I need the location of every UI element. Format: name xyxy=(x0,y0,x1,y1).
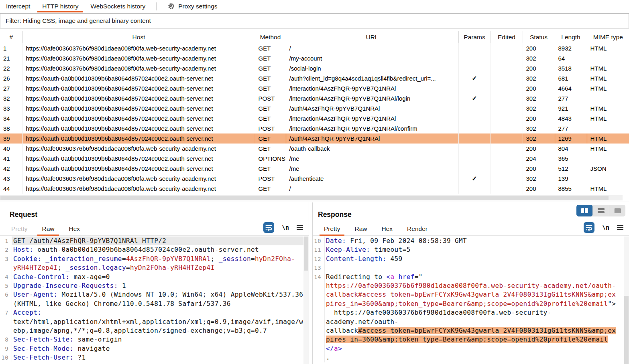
layout-columns-button[interactable] xyxy=(576,205,593,216)
http-history-row[interactable]: 34https://oauth-0a0b00d10309b6ba8064d857… xyxy=(0,113,629,123)
cell-url[interactable]: /auth/4AszFhQR-9pYVB7Q1NRAl xyxy=(286,103,458,113)
cell-url[interactable]: /interaction/4AszFhQR-9pYVB7Q1NRAl xyxy=(286,83,458,93)
cell-status[interactable]: 200 xyxy=(523,164,555,174)
request-tab-pretty[interactable]: Pretty xyxy=(7,222,32,235)
column-header-status[interactable]: Status xyxy=(523,31,555,43)
cell-mime[interactable]: HTML xyxy=(587,63,629,73)
cell-num[interactable]: 26 xyxy=(0,73,22,83)
cell-method[interactable]: POST xyxy=(255,174,286,184)
cell-url[interactable]: /auth?client_id=g8q4a4scd1aq1qsll4fib&re… xyxy=(286,73,458,83)
cell-edited[interactable] xyxy=(491,174,523,184)
cell-params[interactable] xyxy=(458,184,491,194)
cell-mime[interactable]: HTML xyxy=(587,113,629,123)
cell-num[interactable]: 21 xyxy=(0,53,22,63)
cell-url[interactable]: /oauth-callback xyxy=(286,144,458,154)
cell-host[interactable]: https://0afe00360376b6f980d1daea008f00fa… xyxy=(22,184,255,194)
cell-method[interactable]: GET xyxy=(255,144,286,154)
request-tab-hex[interactable]: Hex xyxy=(65,222,85,235)
cell-method[interactable]: GET xyxy=(255,53,286,63)
cell-params[interactable] xyxy=(458,133,491,144)
request-editor[interactable]: 1GET /auth/4AszFhQR-9pYVB7Q1NRAl HTTP/22… xyxy=(0,237,309,364)
scrollbar-thumb[interactable] xyxy=(0,196,609,200)
cell-num[interactable]: 22 xyxy=(0,63,22,73)
cell-params[interactable] xyxy=(458,63,491,73)
request-vertical-scrollbar[interactable] xyxy=(303,237,309,364)
cell-method[interactable]: GET xyxy=(255,63,286,73)
cell-edited[interactable] xyxy=(491,184,523,194)
cell-edited[interactable] xyxy=(491,93,523,103)
column-header-edited[interactable]: Edited xyxy=(491,31,523,43)
cell-host[interactable]: https://oauth-0a0b00d10309b6ba8064d85702… xyxy=(22,133,255,144)
http-history-row[interactable]: 43https://0afe00360376b6f980d1daea008f00… xyxy=(0,174,629,184)
column-header-mime[interactable]: MIME type xyxy=(587,31,629,43)
cell-url[interactable]: /me xyxy=(286,154,458,164)
cell-host[interactable]: https://0afe00360376b6f980d1daea008f00fa… xyxy=(22,43,255,53)
tab-http-history[interactable]: HTTP history xyxy=(36,0,84,12)
cell-num[interactable]: 38 xyxy=(0,123,22,133)
column-header-url[interactable]: URL xyxy=(286,31,458,43)
cell-edited[interactable] xyxy=(491,73,523,83)
http-history-row[interactable]: 1https://0afe00360376b6f980d1daea008f00f… xyxy=(0,43,629,53)
cell-host[interactable]: https://0afe00360376b6f980d1daea008f00fa… xyxy=(22,174,255,184)
editor-menu-icon[interactable] xyxy=(297,225,303,230)
cell-mime[interactable]: HTML xyxy=(587,83,629,93)
cell-num[interactable]: 27 xyxy=(0,83,22,93)
cell-status[interactable]: 200 xyxy=(523,83,555,93)
cell-length[interactable]: 277 xyxy=(555,123,587,133)
cell-mime[interactable]: HTML xyxy=(587,144,629,154)
http-history-row[interactable]: 22https://0afe00360376b6f980d1daea008f00… xyxy=(0,63,629,73)
cell-url[interactable]: /me xyxy=(286,164,458,174)
tab-intercept[interactable]: Intercept xyxy=(0,0,36,12)
cell-method[interactable]: GET xyxy=(255,113,286,123)
cell-url[interactable]: /authenticate xyxy=(286,174,458,184)
cell-status[interactable]: 200 xyxy=(523,63,555,73)
scrollbar-thumb[interactable] xyxy=(624,296,629,364)
cell-edited[interactable] xyxy=(491,103,523,113)
cell-host[interactable]: https://oauth-0a0b00d10309b6ba8064d85702… xyxy=(22,154,255,164)
cell-status[interactable]: 302 xyxy=(523,53,555,63)
cell-mime[interactable]: HTML xyxy=(587,103,629,113)
cell-host[interactable]: https://0afe00360376b6f980d1daea008f00fa… xyxy=(22,53,255,63)
http-history-row[interactable]: 32https://oauth-0a0b00d10309b6ba8064d857… xyxy=(0,93,629,103)
cell-host[interactable]: https://oauth-0a0b00d10309b6ba8064d85702… xyxy=(22,164,255,174)
word-wrap-icon[interactable] xyxy=(584,222,594,233)
http-history-row[interactable]: 41https://oauth-0a0b00d10309b6ba8064d857… xyxy=(0,154,629,164)
cell-num[interactable]: 34 xyxy=(0,113,22,123)
cell-method[interactable]: GET xyxy=(255,83,286,93)
http-history-row[interactable]: 27https://oauth-0a0b00d10309b6ba8064d857… xyxy=(0,83,629,93)
cell-params[interactable] xyxy=(458,113,491,123)
cell-edited[interactable] xyxy=(491,53,523,63)
http-history-row[interactable]: 26https://oauth-0a0b00d10309b6ba8064d857… xyxy=(0,73,629,83)
cell-params[interactable] xyxy=(458,144,491,154)
cell-status[interactable]: 302 xyxy=(523,133,555,144)
cell-length[interactable]: 804 xyxy=(555,144,587,154)
cell-status[interactable]: 302 xyxy=(523,93,555,103)
cell-length[interactable]: 277 xyxy=(555,93,587,103)
cell-params[interactable] xyxy=(458,43,491,53)
cell-status[interactable]: 204 xyxy=(523,154,555,164)
layout-single-button[interactable] xyxy=(609,205,625,216)
newline-toggle-icon[interactable]: \n xyxy=(602,224,609,231)
editor-menu-icon[interactable] xyxy=(617,225,623,230)
cell-length[interactable]: 512 xyxy=(555,164,587,174)
cell-host[interactable]: https://oauth-0a0b00d10309b6ba8064d85702… xyxy=(22,93,255,103)
cell-host[interactable]: https://0afe00360376b6f980d1daea008f00fa… xyxy=(22,144,255,154)
cell-status[interactable]: 302 xyxy=(523,73,555,83)
cell-length[interactable]: 365 xyxy=(555,154,587,164)
cell-mime[interactable] xyxy=(587,93,629,103)
cell-edited[interactable] xyxy=(491,113,523,123)
cell-method[interactable]: GET xyxy=(255,43,286,53)
cell-params[interactable] xyxy=(458,83,491,93)
http-history-row[interactable]: 21https://0afe00360376b6f980d1daea008f00… xyxy=(0,53,629,63)
http-history-row[interactable]: 33https://oauth-0a0b00d10309b6ba8064d857… xyxy=(0,103,629,113)
cell-num[interactable]: 40 xyxy=(0,144,22,154)
cell-edited[interactable] xyxy=(491,83,523,93)
cell-url[interactable]: / xyxy=(286,43,458,53)
cell-edited[interactable] xyxy=(491,144,523,154)
cell-method[interactable]: GET xyxy=(255,73,286,83)
cell-url[interactable]: /social-login xyxy=(286,63,458,73)
cell-length[interactable]: 921 xyxy=(555,103,587,113)
cell-mime[interactable] xyxy=(587,174,629,184)
cell-num[interactable]: 32 xyxy=(0,93,22,103)
response-vertical-scrollbar[interactable] xyxy=(624,237,629,364)
